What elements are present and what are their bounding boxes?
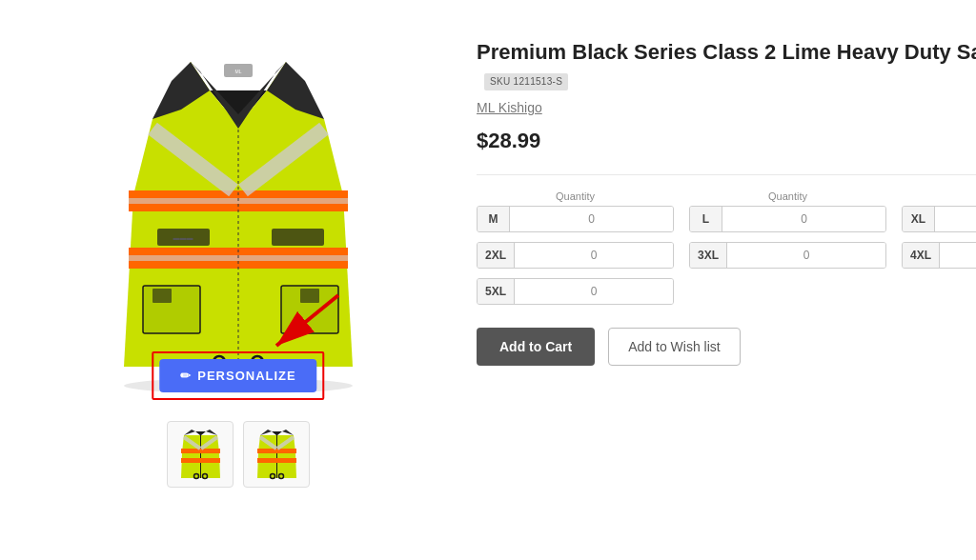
brand-link[interactable]: ML Kishigo [477, 100, 976, 115]
qty-label-l: Quantity [689, 190, 886, 202]
size-tag-5xl: 5XL [478, 279, 515, 304]
qty-input-xl[interactable] [935, 207, 976, 231]
size-qty-row-4xl: 4XL [902, 242, 976, 269]
personalize-label: PERSONALIZE [197, 369, 295, 383]
quantity-group-3xl: 3XL [689, 242, 886, 269]
qty-label-xl: Quantity [902, 190, 976, 202]
personalize-button-wrapper: ✏ PERSONALIZE [152, 351, 324, 400]
quantity-group-xl: Quantity XL [902, 190, 976, 232]
svg-line-18 [276, 295, 338, 346]
svg-rect-23 [257, 449, 296, 453]
personalize-button[interactable]: ✏ PERSONALIZE [159, 359, 316, 392]
qty-input-m[interactable] [510, 207, 673, 231]
quantity-group-4xl: 4XL [902, 242, 976, 269]
divider [477, 174, 976, 175]
size-tag-xl: XL [903, 207, 935, 231]
size-qty-row-5xl: 5XL [477, 278, 674, 305]
add-to-wishlist-button[interactable]: Add to Wish list [608, 328, 740, 366]
size-qty-row-2xl: 2XL [477, 242, 674, 269]
thumbnails-row [167, 421, 310, 488]
qty-input-l[interactable] [722, 207, 885, 231]
add-to-cart-button[interactable]: Add to Cart [477, 328, 595, 366]
size-tag-2xl: 2XL [478, 243, 515, 268]
qty-input-4xl[interactable] [940, 243, 976, 268]
quantity-group-2xl: 2XL [477, 242, 674, 269]
thumbnail-1[interactable] [167, 421, 234, 488]
sku-value: 1211513-S [514, 76, 563, 87]
product-title: Premium Black Series Class 2 Lime Heavy … [477, 38, 976, 94]
pencil-icon: ✏ [180, 369, 192, 383]
svg-rect-9 [152, 289, 172, 303]
size-tag-l: L [690, 207, 722, 231]
size-tag-m: M [478, 207, 510, 231]
svg-text:ML: ML [235, 69, 242, 74]
quantity-grid: Quantity M Quantity L Quantity XL [477, 190, 976, 305]
product-info-section: Premium Black Series Class 2 Lime Heavy … [477, 29, 976, 531]
quantity-group-5xl: 5XL [477, 278, 674, 305]
product-image-section: ▬▬▬ ML [38, 29, 438, 531]
product-price: $28.99 [477, 129, 976, 153]
size-qty-row-3xl: 3XL [689, 242, 886, 269]
qty-input-2xl[interactable] [515, 243, 673, 268]
action-buttons: Add to Cart Add to Wish list [477, 328, 976, 366]
qty-label-m: Quantity [477, 190, 674, 202]
sku-badge: SKU 1211513-S [484, 73, 568, 90]
size-qty-row-l: L [689, 206, 886, 232]
size-qty-row-m: M [477, 206, 674, 232]
qty-input-3xl[interactable] [727, 243, 885, 268]
size-tag-3xl: 3XL [690, 243, 727, 268]
svg-text:▬▬▬: ▬▬▬ [173, 234, 193, 241]
size-tag-4xl: 4XL [903, 243, 940, 268]
svg-rect-7 [272, 229, 324, 246]
quantity-group-l: Quantity L [689, 190, 886, 232]
main-image-wrapper: ▬▬▬ ML [76, 29, 400, 410]
svg-rect-24 [257, 458, 296, 463]
size-qty-row-xl: XL [902, 206, 976, 232]
thumbnail-2[interactable] [243, 421, 310, 488]
svg-rect-20 [181, 458, 220, 463]
quantity-group-m: Quantity M [477, 190, 674, 232]
page-container: ▬▬▬ ML [0, 0, 976, 560]
svg-rect-19 [181, 449, 220, 453]
qty-input-5xl[interactable] [515, 279, 673, 304]
red-arrow-indicator [257, 290, 343, 357]
